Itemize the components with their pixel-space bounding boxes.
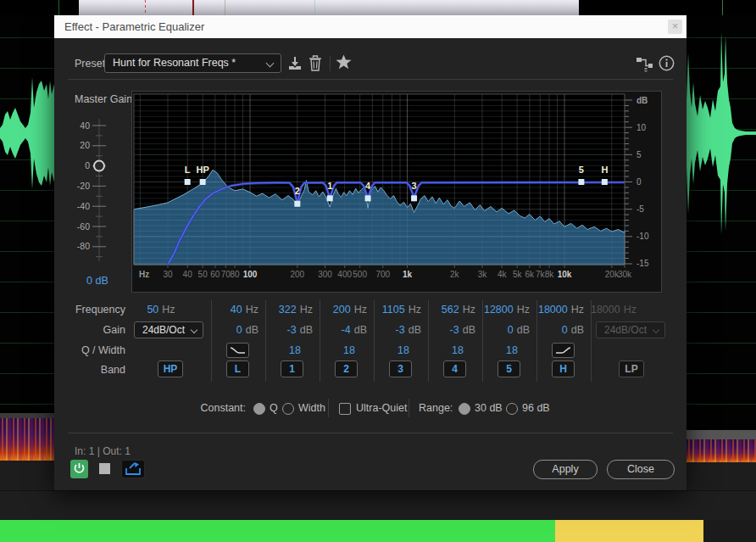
- marker-red-line: [192, 0, 194, 15]
- band3-frequency-value[interactable]: 1105Hz: [362, 304, 421, 316]
- presets-dropdown[interactable]: Hunt for Resonant Freqs *: [104, 53, 281, 73]
- band-1-button[interactable]: 1: [281, 360, 303, 377]
- band5-frequency-value[interactable]: 12800Hz: [470, 304, 530, 316]
- svg-text:1: 1: [327, 181, 332, 191]
- spectrogram-header-right: [687, 430, 756, 439]
- master-gain-slider[interactable]: 40 20 0 -20 -40 -60 -80: [72, 109, 128, 275]
- band3-q-value[interactable]: 18: [362, 344, 409, 356]
- svg-text:3: 3: [411, 181, 416, 191]
- level-meter-yellow: [555, 520, 703, 542]
- band4-q-value[interactable]: 18: [416, 344, 464, 356]
- screen: Effect - Parametric Equalizer × Presets:…: [0, 0, 756, 542]
- save-preset-button[interactable]: [286, 55, 303, 75]
- effect-dialog: Effect - Parametric Equalizer × Presets:…: [54, 15, 687, 490]
- svg-text:300: 300: [318, 270, 332, 279]
- band-5-button[interactable]: 5: [498, 360, 520, 377]
- constant-width-radio[interactable]: [282, 403, 294, 415]
- ultra-quiet-checkbox[interactable]: [339, 403, 351, 415]
- ultra-quiet-label: Ultra-Quiet: [356, 402, 407, 414]
- h-frequency-value[interactable]: 18000Hz: [525, 304, 584, 316]
- range-label: Range:: [419, 402, 453, 414]
- band-marker-2[interactable]: [294, 201, 300, 207]
- band-marker-H[interactable]: [602, 179, 608, 185]
- routing-icon: [636, 55, 654, 72]
- band1-frequency-value[interactable]: 322Hz: [253, 304, 313, 316]
- band-marker-HP[interactable]: [200, 179, 206, 185]
- presets-separator: [330, 56, 331, 71]
- l-gain-value[interactable]: 0dB: [199, 324, 258, 336]
- master-gain-knob[interactable]: [94, 161, 104, 171]
- status-band: [0, 490, 756, 521]
- routing-button[interactable]: [636, 55, 654, 75]
- band4-gain-value[interactable]: -3dB: [416, 324, 475, 336]
- io-status: In: 1 | Out: 1: [75, 445, 131, 457]
- presets-divider: [68, 79, 673, 80]
- delete-preset-button[interactable]: [308, 54, 323, 75]
- svg-text:30: 30: [163, 270, 173, 279]
- l-frequency-value[interactable]: 40Hz: [199, 304, 258, 316]
- band-l-button[interactable]: L: [226, 360, 249, 377]
- band5-q-value[interactable]: 18: [470, 344, 518, 356]
- timeline-green-line: [58, 0, 59, 15]
- band-marker-4[interactable]: [365, 195, 371, 201]
- close-icon[interactable]: ×: [668, 20, 682, 34]
- constant-q-radio[interactable]: [253, 403, 265, 415]
- h-gain-value[interactable]: 0dB: [525, 324, 584, 336]
- favorite-button[interactable]: [335, 53, 353, 75]
- info-button[interactable]: [658, 54, 675, 75]
- band3-gain-value[interactable]: -3dB: [362, 324, 421, 336]
- preview-output-button[interactable]: [121, 460, 145, 478]
- band1-q-value[interactable]: 18: [253, 344, 301, 356]
- svg-text:L: L: [185, 165, 191, 175]
- effect-power-button[interactable]: [70, 460, 88, 478]
- waveform-right: [687, 15, 756, 430]
- svg-text:-40: -40: [77, 201, 90, 211]
- master-gain-label: Master Gain: [75, 93, 132, 105]
- range-96db-radio[interactable]: [506, 403, 518, 415]
- timeline-gray-line: [225, 0, 225, 15]
- dialog-titlebar[interactable]: Effect - Parametric Equalizer ×: [54, 15, 687, 38]
- chevron-down-icon: [191, 327, 197, 333]
- range-96db-label: 96 dB: [522, 402, 550, 414]
- hp-frequency-value[interactable]: 50Hz: [134, 304, 188, 316]
- range-30db-radio[interactable]: [459, 403, 470, 415]
- h-shelf-button[interactable]: [552, 343, 575, 358]
- l-shelf-button[interactable]: [226, 343, 249, 358]
- band-hp-button[interactable]: HP: [158, 360, 183, 377]
- apply-button[interactable]: Apply: [533, 460, 598, 479]
- band-lp-button[interactable]: LP: [619, 360, 644, 377]
- stop-button[interactable]: [99, 463, 110, 474]
- svg-text:-80: -80: [77, 241, 90, 251]
- band2-frequency-value[interactable]: 200Hz: [308, 304, 367, 316]
- dialog-title: Effect - Parametric Equalizer: [64, 20, 204, 33]
- timeline-strip: [0, 0, 756, 15]
- band-marker-3[interactable]: [411, 195, 417, 201]
- eq-graph[interactable]: LHP21435HHz30405060708010020030040050070…: [131, 91, 662, 293]
- band-marker-L[interactable]: [185, 179, 191, 185]
- q-width-row-label: Q / Width: [58, 344, 125, 356]
- export-icon: [122, 461, 144, 478]
- master-gain-value[interactable]: 0 dB: [86, 275, 108, 287]
- band-2-button[interactable]: 2: [335, 360, 358, 377]
- close-button[interactable]: Close: [607, 460, 675, 479]
- hp-slope-dropdown[interactable]: 24dB/Oct: [134, 321, 203, 338]
- band2-gain-value[interactable]: -4dB: [308, 324, 367, 336]
- chevron-down-icon: [653, 327, 659, 333]
- band4-frequency-value[interactable]: 562Hz: [416, 304, 475, 316]
- band-4-button[interactable]: 4: [443, 360, 466, 377]
- range-30db-label: 30 dB: [475, 402, 503, 414]
- band-3-button[interactable]: 3: [389, 360, 412, 377]
- svg-text:-15: -15: [636, 259, 649, 268]
- spectrogram-left: [0, 418, 54, 461]
- band-marker-1[interactable]: [327, 195, 333, 201]
- band1-gain-value[interactable]: -3dB: [253, 324, 313, 336]
- options-separator2: [409, 399, 409, 417]
- band-marker-5[interactable]: [578, 179, 584, 185]
- svg-text:40: 40: [80, 120, 90, 131]
- band-h-button[interactable]: H: [552, 360, 575, 377]
- save-icon: [286, 55, 303, 72]
- band5-gain-value[interactable]: 0dB: [470, 324, 530, 336]
- waveform-left: [0, 15, 54, 430]
- svg-text:10: 10: [636, 123, 647, 132]
- band2-q-value[interactable]: 18: [308, 344, 355, 356]
